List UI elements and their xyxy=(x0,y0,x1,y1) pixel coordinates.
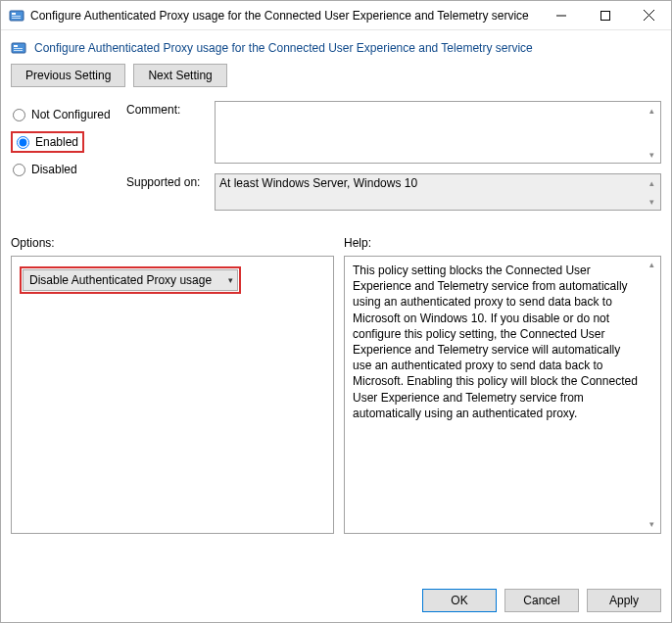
ok-button[interactable]: OK xyxy=(422,589,497,612)
help-pane: This policy setting blocks the Connected… xyxy=(344,256,661,534)
app-icon xyxy=(9,8,24,24)
scroll-up-icon[interactable]: ▴ xyxy=(644,257,660,273)
comment-scroll[interactable]: ▴ ▾ xyxy=(644,102,660,163)
close-button[interactable] xyxy=(627,1,671,29)
scroll-up-icon: ▴ xyxy=(644,174,660,191)
policy-icon xyxy=(11,40,26,56)
window-titlebar: Configure Authenticated Proxy usage for … xyxy=(1,1,671,30)
supported-value: At least Windows Server, Windows 10 xyxy=(219,176,417,190)
comment-label: Comment: xyxy=(126,101,215,164)
svg-rect-9 xyxy=(14,45,18,47)
svg-rect-1 xyxy=(12,13,16,15)
radio-not-configured-input[interactable] xyxy=(13,109,25,121)
scroll-down-icon[interactable]: ▾ xyxy=(644,146,660,163)
svg-rect-5 xyxy=(600,11,609,20)
apply-button[interactable]: Apply xyxy=(587,589,661,612)
proxy-usage-dropdown-highlight: Disable Authenticated Proxy usage ▾ xyxy=(20,266,241,294)
scroll-down-icon[interactable]: ▾ xyxy=(644,516,660,533)
previous-setting-button[interactable]: Previous Setting xyxy=(11,64,125,87)
help-label: Help: xyxy=(344,236,371,250)
maximize-button[interactable] xyxy=(583,1,627,29)
radio-enabled-input[interactable] xyxy=(17,136,29,149)
radio-disabled-label: Disabled xyxy=(31,163,77,176)
policy-title: Configure Authenticated Proxy usage for … xyxy=(34,41,533,55)
proxy-usage-dropdown[interactable]: Disable Authenticated Proxy usage ▾ xyxy=(23,269,238,291)
supported-label: Supported on: xyxy=(126,173,215,211)
radio-not-configured[interactable]: Not Configured xyxy=(11,103,126,126)
supported-field: At least Windows Server, Windows 10 ▴ ▾ xyxy=(215,173,661,211)
radio-enabled[interactable]: Enabled xyxy=(11,131,84,153)
dialog-footer: OK Cancel Apply xyxy=(422,589,661,612)
supported-scroll: ▴ ▾ xyxy=(644,174,660,210)
svg-rect-2 xyxy=(12,16,21,17)
radio-disabled-input[interactable] xyxy=(13,164,25,176)
window-title: Configure Authenticated Proxy usage for … xyxy=(30,9,539,23)
options-label: Options: xyxy=(11,236,344,250)
radio-not-configured-label: Not Configured xyxy=(31,108,111,121)
section-labels: Options: Help: xyxy=(1,220,671,256)
svg-rect-10 xyxy=(14,48,23,49)
svg-rect-3 xyxy=(12,18,21,19)
radio-disabled[interactable]: Disabled xyxy=(11,158,126,181)
nav-row: Previous Setting Next Setting xyxy=(1,62,671,101)
next-setting-button[interactable]: Next Setting xyxy=(133,64,226,87)
scroll-down-icon: ▾ xyxy=(644,193,660,210)
policy-header: Configure Authenticated Proxy usage for … xyxy=(1,30,671,62)
chevron-down-icon: ▾ xyxy=(228,275,233,285)
options-pane: Disable Authenticated Proxy usage ▾ xyxy=(11,256,334,534)
help-text: This policy setting blocks the Connected… xyxy=(353,264,638,420)
cancel-button[interactable]: Cancel xyxy=(504,589,579,612)
svg-rect-11 xyxy=(14,50,23,51)
proxy-usage-dropdown-value: Disable Authenticated Proxy usage xyxy=(29,273,212,287)
help-scroll[interactable]: ▴ ▾ xyxy=(644,257,660,533)
radio-enabled-label: Enabled xyxy=(35,135,78,149)
scroll-up-icon[interactable]: ▴ xyxy=(644,102,660,119)
state-radio-group: Not Configured Enabled Disabled xyxy=(11,101,126,220)
minimize-button[interactable] xyxy=(539,1,583,29)
comment-field[interactable]: ▴ ▾ xyxy=(215,101,661,164)
